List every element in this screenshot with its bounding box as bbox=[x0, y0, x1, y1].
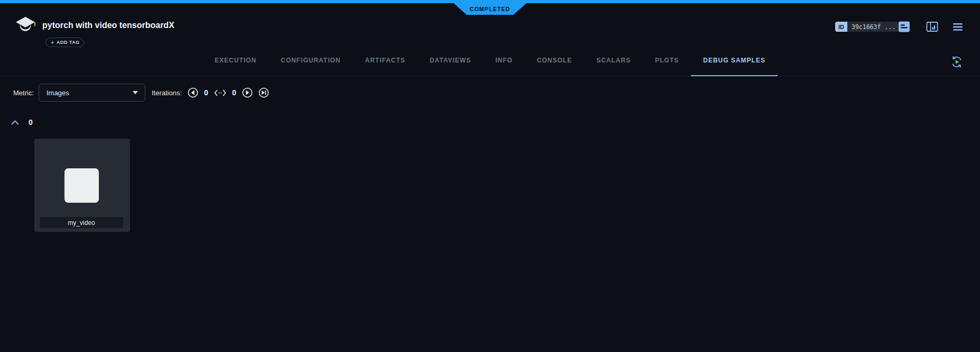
iteration-max-value: 0 bbox=[232, 88, 236, 97]
auto-refresh-icon bbox=[950, 62, 964, 70]
split-view-icon bbox=[926, 26, 938, 34]
id-value: 39c1663f ... bbox=[847, 22, 900, 32]
latest-iteration-button[interactable] bbox=[258, 87, 269, 98]
tab-dataviews[interactable]: DATAVIEWS bbox=[418, 45, 483, 76]
next-iteration-button[interactable] bbox=[242, 87, 253, 98]
iterations-label: Iterations: bbox=[152, 89, 182, 97]
previous-iteration-icon bbox=[188, 92, 198, 100]
debug-samples-page: COMPLETED pytorch with video tensorboard… bbox=[0, 0, 980, 352]
previous-iteration-button[interactable] bbox=[188, 87, 198, 98]
metric-select[interactable]: Images bbox=[39, 84, 145, 102]
tab-info[interactable]: INFO bbox=[483, 45, 525, 76]
tab-execution[interactable]: EXECUTION bbox=[202, 45, 269, 76]
sample-name-label: my_video bbox=[40, 217, 123, 228]
debug-sample-card[interactable]: my_video bbox=[34, 139, 130, 232]
experiment-id-badge[interactable]: ID 39c1663f ... bbox=[835, 22, 900, 32]
metric-label: Metric: bbox=[13, 89, 34, 97]
tab-plots[interactable]: PLOTS bbox=[643, 45, 691, 76]
auto-refresh-button[interactable] bbox=[950, 55, 964, 69]
debug-samples-toolbar: Metric: Images Iterations: 0 0 bbox=[13, 84, 269, 102]
add-tag-label: ADD TAG bbox=[57, 40, 80, 45]
tab-configuration[interactable]: CONFIGURATION bbox=[269, 45, 353, 76]
tab-console[interactable]: CONSOLE bbox=[525, 45, 584, 76]
sample-group-header: 0 bbox=[11, 118, 33, 127]
tab-debug-samples[interactable]: DEBUG SAMPLES bbox=[691, 45, 778, 76]
details-panel-icon bbox=[898, 26, 910, 34]
id-chip: ID bbox=[835, 22, 847, 32]
latest-iteration-icon bbox=[258, 92, 269, 100]
experiment-logo-icon bbox=[14, 15, 36, 37]
tab-scalars[interactable]: SCALARS bbox=[584, 45, 643, 76]
video-thumbnail[interactable] bbox=[64, 168, 99, 203]
chevron-down-icon bbox=[133, 91, 138, 94]
group-label: 0 bbox=[29, 118, 33, 127]
hamburger-menu-icon bbox=[953, 25, 963, 33]
chevron-up-icon bbox=[11, 119, 20, 127]
details-panel-button[interactable] bbox=[898, 21, 910, 33]
tab-artifacts[interactable]: ARTIFACTS bbox=[353, 45, 418, 76]
status-badge: COMPLETED bbox=[454, 3, 526, 15]
collapse-group-button[interactable] bbox=[11, 120, 20, 125]
iteration-range-icon bbox=[214, 89, 226, 96]
tab-bar: EXECUTION CONFIGURATION ARTIFACTS DATAVI… bbox=[0, 45, 980, 76]
iteration-min-value: 0 bbox=[204, 88, 208, 97]
status-strip bbox=[0, 0, 980, 3]
menu-button[interactable] bbox=[953, 23, 963, 31]
experiment-title: pytorch with video tensorboardX bbox=[42, 21, 174, 30]
metric-selected-value: Images bbox=[47, 89, 69, 97]
next-iteration-icon bbox=[242, 92, 253, 100]
status-label: COMPLETED bbox=[470, 6, 511, 12]
split-view-button[interactable] bbox=[926, 21, 938, 32]
